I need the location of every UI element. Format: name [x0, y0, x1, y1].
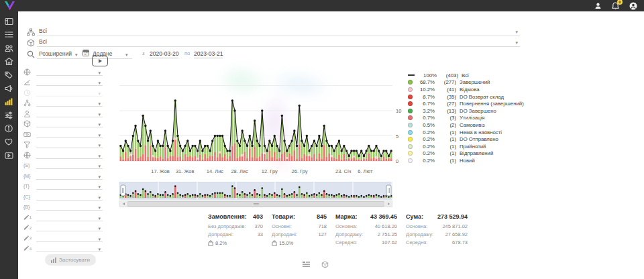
legend-label: 0.2%: [416, 144, 435, 150]
chevron-down-icon[interactable]: ▾: [98, 101, 101, 106]
chevron-down-icon[interactable]: ▾: [98, 247, 101, 252]
chevron-down-icon[interactable]: ▾: [98, 91, 101, 96]
legend-item[interactable]: 0.7%(3)Утилізація: [408, 115, 554, 122]
rail-filter-row[interactable]: ▾: [18, 67, 107, 78]
rail-filter-row[interactable]: 3▾: [18, 233, 107, 244]
chevron-down-icon[interactable]: ▾: [98, 195, 101, 200]
shopping-bag-icon: [272, 240, 277, 246]
legend-item[interactable]: 6.7%(27)Повернення (завершений): [408, 100, 554, 107]
app-logo-icon[interactable]: [5, 1, 15, 10]
upsell-share-badge: 15.0%: [272, 239, 327, 247]
settings-icon[interactable]: [5, 110, 14, 119]
chevron-down-icon[interactable]: ▾: [98, 237, 101, 241]
rail-filter-row[interactable]: ▾: [18, 109, 107, 119]
date-from-input[interactable]: 2020-03-20: [150, 50, 178, 58]
legend-item[interactable]: 68.7%(277)Завершений: [408, 79, 554, 87]
scroll-left-arrow-icon[interactable]: [120, 201, 127, 207]
legend-item[interactable]: 0.5%(2)Самовивіз: [408, 121, 554, 129]
chevron-down-icon[interactable]: ▾: [98, 164, 101, 168]
info-icon[interactable]: [5, 123, 14, 133]
orders-chart[interactable]: [119, 67, 392, 162]
chart-navigator[interactable]: [119, 182, 392, 200]
chevron-down-icon[interactable]: ▾: [98, 112, 101, 117]
rail-filter-row[interactable]: ▾: [18, 78, 107, 89]
scroll-right-arrow-icon[interactable]: [385, 201, 392, 207]
filter-row-source[interactable]: Всі ▾: [18, 26, 525, 36]
chevron-down-icon[interactable]: ▾: [98, 133, 101, 137]
legend-label: 0.5%: [416, 122, 435, 128]
scrollbar-thumb[interactable]: [127, 201, 384, 207]
products-filter-value[interactable]: Всі: [39, 38, 47, 45]
chevron-down-icon[interactable]: ▾: [98, 80, 101, 85]
video-tour-icon[interactable]: [92, 56, 108, 66]
topbar: 0: [0, 0, 644, 11]
rail-filter-row[interactable]: ▾: [18, 119, 107, 130]
chevron-down-icon[interactable]: ▾: [125, 52, 128, 57]
legend-item[interactable]: 0.2%(1)Новий: [408, 157, 554, 164]
rail-filter-row[interactable]: 1▾: [18, 213, 107, 223]
legend-item[interactable]: 0.2%(1)Нема в наявності: [408, 129, 554, 136]
chevron-down-icon[interactable]: ▾: [98, 154, 101, 158]
chevron-down-icon[interactable]: ▾: [98, 184, 101, 189]
rail-filter-row[interactable]: ▾: [18, 88, 107, 99]
legend-label: (1): [438, 150, 456, 156]
rail-filter-row[interactable]: ▾: [18, 140, 107, 151]
apply-button[interactable]: Застосувати: [45, 254, 96, 266]
chevron-down-icon[interactable]: ▾: [98, 70, 101, 75]
dashboard-icon[interactable]: [5, 16, 14, 25]
rail-filter-row[interactable]: {C}▾: [18, 192, 107, 203]
nav-right-handle[interactable]: [386, 185, 391, 196]
analytics-icon[interactable]: [5, 97, 14, 106]
marketing-icon[interactable]: [5, 83, 14, 93]
rail-filter-row[interactable]: {S}▾: [18, 161, 107, 172]
chevron-down-icon[interactable]: ▾: [98, 226, 101, 231]
legend-item[interactable]: 0.2%(1)Прийнятий: [408, 143, 554, 150]
orders-list-icon[interactable]: [5, 30, 14, 39]
stat-row: Основна:245 871.02: [406, 223, 468, 231]
legend-item[interactable]: 100%(403)Всі: [408, 72, 554, 79]
partners-icon[interactable]: [5, 137, 14, 146]
chevron-down-icon[interactable]: ▾: [515, 40, 518, 45]
customers-icon[interactable]: [5, 43, 14, 52]
search-mode-select[interactable]: Розширений: [39, 50, 72, 57]
chevron-down-icon[interactable]: ▾: [98, 143, 101, 148]
rail-filter-row[interactable]: {M}▾: [18, 171, 107, 182]
chevron-down-icon[interactable]: ▾: [515, 30, 518, 34]
rail-filter-row[interactable]: 2▾: [18, 223, 107, 234]
legend-item[interactable]: 10.2%(41)Відмова: [408, 86, 554, 93]
source-filter-value[interactable]: Всі: [39, 27, 47, 34]
date-to-input[interactable]: 2023-03-21: [194, 50, 223, 58]
legend-item[interactable]: 3.2%(13)DO Завершено: [408, 107, 554, 115]
filter-row-products[interactable]: Всі ▾: [18, 37, 525, 47]
avatar-icon[interactable]: [629, 1, 637, 10]
orders-list-toggle-icon[interactable]: [303, 259, 310, 271]
video-lessons-icon[interactable]: [5, 150, 14, 160]
rail-select-underline: [36, 168, 103, 169]
chevron-down-icon[interactable]: ▾: [75, 52, 78, 57]
legend-item[interactable]: 0.2%(1)DO Отправлено: [408, 135, 554, 143]
chevron-down-icon[interactable]: ▾: [98, 216, 101, 221]
stat-row: Допродані:127: [272, 231, 327, 239]
sitemap-icon: [23, 99, 32, 107]
rail-filter-row[interactable]: ▾: [18, 150, 107, 161]
rail-filter-row[interactable]: {T}▾: [18, 182, 107, 192]
chevron-down-icon[interactable]: ▾: [98, 174, 101, 179]
content-area: Всі ▾ Всі ▾ Розширений ▾ 17 Додане ▾ з 2…: [18, 11, 644, 279]
legend-item[interactable]: 0.2%(1)Відправлений: [408, 150, 554, 158]
rail-filter-row[interactable]: ▾: [18, 99, 107, 109]
store-icon[interactable]: [5, 56, 14, 66]
chevron-down-icon[interactable]: ▾: [98, 205, 101, 210]
chevron-down-icon[interactable]: ▾: [98, 122, 101, 127]
products-toggle-icon[interactable]: [321, 259, 329, 271]
rail-filter-row[interactable]: ▾: [18, 129, 107, 140]
upsell-share-badge: 8.2%: [208, 239, 263, 247]
search-icon[interactable]: [27, 49, 35, 57]
notifications-bell-icon[interactable]: 0: [611, 1, 620, 10]
chart-scrollbar[interactable]: [119, 201, 392, 207]
rail-filter-row[interactable]: {B}▾: [18, 203, 107, 213]
legend-item[interactable]: 8.7%(35)DO Возврат склад: [408, 93, 554, 101]
rail-filter-row[interactable]: 4▾: [18, 244, 107, 255]
nav-left-handle[interactable]: [121, 185, 125, 196]
user-icon[interactable]: [594, 1, 602, 10]
tags-icon[interactable]: [5, 70, 14, 79]
